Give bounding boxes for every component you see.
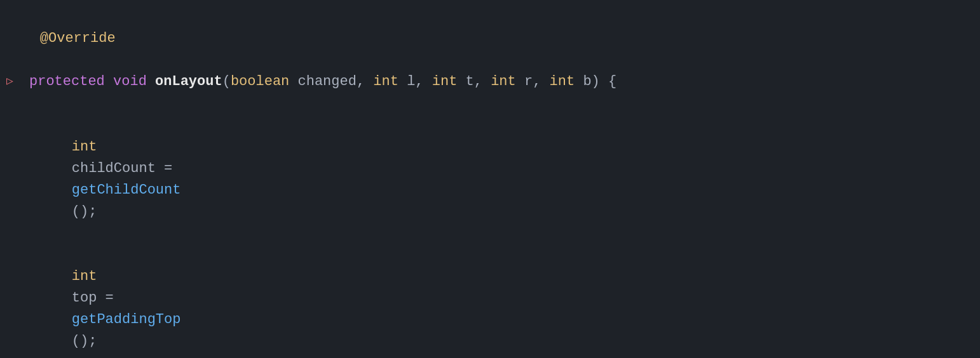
type-int-top: int	[72, 268, 105, 284]
var-childcount: childCount =	[72, 161, 181, 176]
paren-open: (	[222, 71, 231, 93]
keyword-void: void	[113, 71, 155, 93]
annotation-override: @Override	[40, 30, 116, 46]
line-blank-1	[0, 93, 980, 114]
type-int-t: int	[432, 71, 466, 93]
code-container: @Override ▷ protected void onLayout ( bo…	[0, 0, 980, 358]
type-int-l: int	[373, 71, 407, 93]
paren-top: ();	[72, 333, 97, 349]
param-l: l,	[407, 71, 432, 93]
type-int-b: int	[550, 71, 583, 93]
keyword-protected: protected	[29, 71, 113, 93]
param-changed: changed,	[298, 71, 374, 93]
param-b: b) {	[583, 71, 616, 93]
gutter-arrow-icon: ▷	[6, 73, 27, 91]
func-getchildcount: getChildCount	[72, 182, 181, 198]
method-onlayout: onLayout	[155, 71, 222, 93]
line-method-sig: ▷ protected void onLayout ( boolean chan…	[0, 71, 980, 93]
var-top: top =	[72, 290, 122, 306]
param-t: t,	[466, 71, 491, 93]
line-childcount: int childCount = getChildCount ();	[0, 114, 980, 244]
type-int-r: int	[491, 71, 524, 93]
param-r: r,	[524, 71, 550, 93]
paren-childcount: ();	[72, 204, 97, 220]
type-boolean: boolean	[231, 71, 298, 93]
type-int-childcount: int	[72, 139, 105, 155]
line-top: int top = getPaddingTop ();	[0, 244, 980, 358]
func-getpaddingtop: getPaddingTop	[72, 312, 181, 328]
line-override: @Override	[0, 6, 980, 71]
